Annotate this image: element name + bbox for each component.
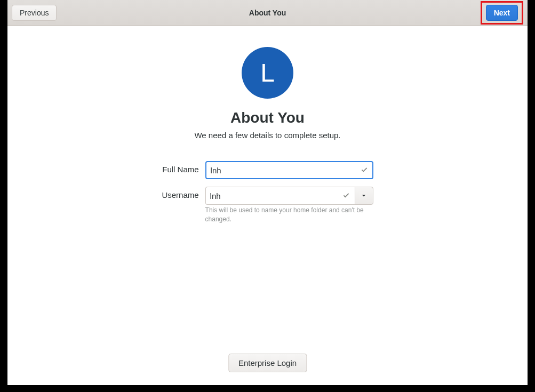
heading: About You (230, 109, 305, 126)
username-label: Username (162, 187, 198, 199)
subheading: We need a few details to complete setup. (194, 131, 340, 140)
username-dropdown-button[interactable] (355, 187, 373, 205)
next-button-highlight: Next (481, 1, 523, 25)
page-title: About You (249, 9, 286, 17)
fullname-label: Full Name (162, 161, 198, 174)
username-helper-text: This will be used to name your home fold… (205, 206, 365, 224)
username-input[interactable] (205, 187, 355, 205)
avatar-initial: L (260, 58, 275, 87)
chevron-down-icon (361, 193, 367, 199)
fullname-input[interactable] (205, 161, 373, 179)
enterprise-login-button[interactable]: Enterprise Login (228, 354, 307, 372)
avatar[interactable]: L (242, 47, 293, 99)
titlebar: Previous About You Next (7, 0, 528, 26)
previous-button[interactable]: Previous (12, 5, 57, 21)
form: Full Name Username (162, 161, 373, 224)
content-area: L About You We need a few details to com… (7, 26, 528, 385)
next-button[interactable]: Next (486, 5, 518, 21)
